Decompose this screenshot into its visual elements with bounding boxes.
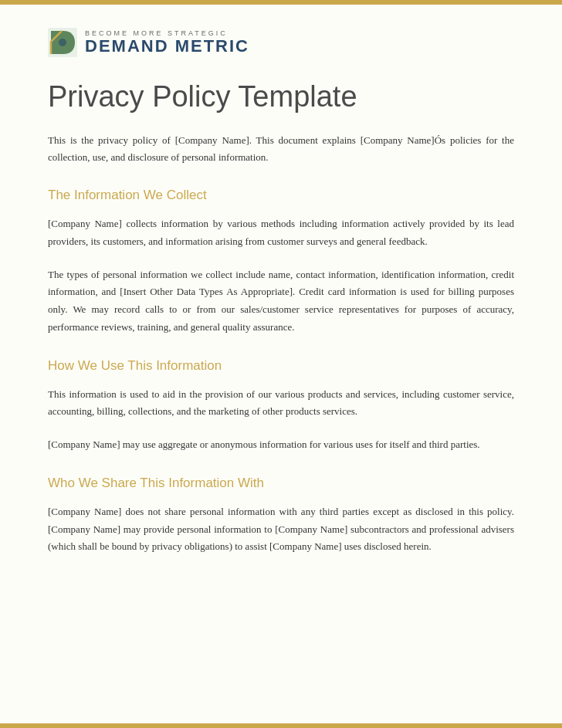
- section-use-para-2: [Company Name] may use aggregate or anon…: [48, 436, 514, 454]
- demand-metric-logo-icon: [48, 28, 77, 57]
- bottom-border: [0, 723, 562, 728]
- page-title: Privacy Policy Template: [48, 80, 514, 113]
- section-collect: The Information We Collect [Company Name…: [48, 188, 514, 337]
- section-share-para-1: [Company Name] does not share personal i…: [48, 503, 514, 556]
- section-collect-para-2: The types of personal information we col…: [48, 266, 514, 337]
- section-use-para-1: This information is used to aid in the p…: [48, 386, 514, 422]
- section-collect-para-1: [Company Name] collects information by v…: [48, 215, 514, 251]
- intro-paragraph: This is the privacy policy of [Company N…: [48, 132, 514, 166]
- logo-text-container: Become More Strategic Demand Metric: [85, 29, 249, 56]
- logo-name: Demand Metric: [85, 37, 249, 56]
- section-use: How We Use This Information This informa…: [48, 358, 514, 454]
- section-share-heading: Who We Share This Information With: [48, 476, 514, 491]
- header: Become More Strategic Demand Metric: [48, 28, 514, 57]
- section-use-heading: How We Use This Information: [48, 358, 514, 374]
- section-collect-heading: The Information We Collect: [48, 188, 514, 203]
- section-share: Who We Share This Information With [Comp…: [48, 476, 514, 556]
- svg-point-1: [59, 39, 66, 46]
